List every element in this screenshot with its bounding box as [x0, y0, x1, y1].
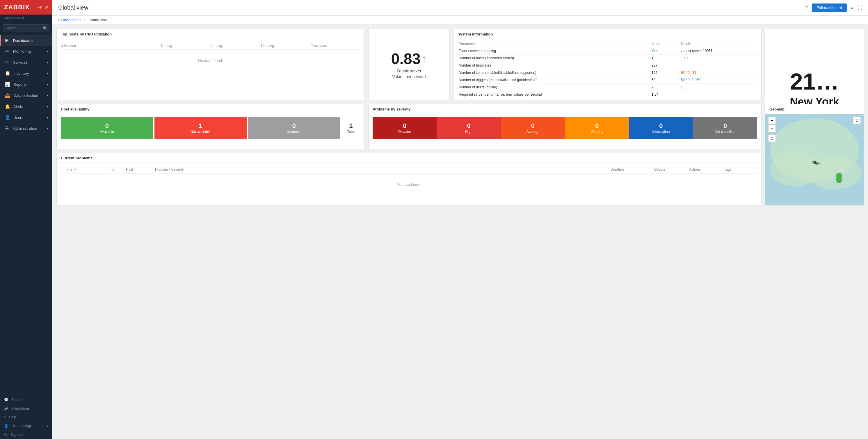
col-details: Details [679, 41, 758, 47]
param-value: Yes [649, 47, 679, 55]
chevron-down-icon: ▾ [47, 72, 48, 75]
sidebar-item-label: User settings [11, 424, 32, 428]
table-row: Zabbix server is running Yes zabbix-serv… [456, 47, 758, 55]
reports-icon: 📊 [5, 82, 10, 87]
sidebar-item-sign-out[interactable]: ⏻ Sign out [0, 430, 52, 439]
not-available-bar: 1 Not available [154, 117, 247, 139]
current-problems-widget: Current problems Time ▼ Info Host Proble… [56, 153, 762, 206]
col-parameter: Parameter [456, 41, 649, 47]
average-count: 0 [502, 122, 564, 130]
breadcrumb-parent-link[interactable]: All dashboards [58, 18, 81, 22]
problems-table-header: Time ▼ Info Host Problem • Severity Dura… [61, 166, 757, 174]
param-label: Number of users (online) [456, 84, 649, 91]
available-bar: 0 Available [61, 117, 153, 139]
param-label: Zabbix server is running [456, 47, 649, 55]
available-label: Available [100, 130, 114, 134]
chevron-down-icon: ▾ [47, 116, 48, 119]
users-icon: 👤 [5, 115, 10, 120]
param-label: Number of hosts (enabled/disabled) [456, 55, 649, 62]
monitoring-icon: 👁 [5, 49, 10, 54]
system-info-table: Parameter Value Details Zabbix server is… [456, 41, 758, 98]
menu-icon[interactable]: ≡ [851, 5, 854, 10]
support-icon: 💬 [4, 398, 8, 402]
sidebar-item-monitoring[interactable]: 👁 Monitoring ▾ [0, 46, 52, 57]
edit-dashboard-button[interactable]: Edit dashboard [812, 3, 846, 12]
breadcrumb-separator: / [84, 18, 86, 22]
unknown-bar: 0 Unknown [248, 117, 340, 139]
sidebar-item-reports[interactable]: 📊 Reports ▾ [0, 79, 52, 90]
total-bar: 1 Total [341, 117, 361, 139]
col-5m-avg: 5m avg [211, 44, 260, 48]
chevron-down-icon: ▾ [47, 83, 48, 86]
col-time[interactable]: Time ▼ [65, 167, 108, 172]
problems-severity-title: Problems by severity [369, 104, 761, 114]
param-details [679, 62, 758, 69]
fullscreen-icon[interactable]: ⛶ [858, 5, 862, 10]
topbar-actions: ? Edit dashboard ≡ ⛶ [805, 3, 862, 12]
help-question-icon[interactable]: ? [805, 5, 808, 10]
help-icon: ? [4, 415, 6, 419]
sidebar-item-administration[interactable]: 🏛 Administration ▾ [0, 123, 52, 134]
main-area: Global view ? Edit dashboard ≡ ⛶ All das… [52, 0, 868, 439]
sidebar-item-label: Data collection [13, 93, 44, 98]
values-label-line2: Values per second [393, 74, 426, 79]
sidebar-item-users[interactable]: 👤 Users ▾ [0, 112, 52, 123]
inventory-icon: 📋 [5, 71, 10, 76]
average-bar: 0 Average [501, 117, 565, 139]
host-availability-widget: Host availability 0 Available 1 Not avai… [56, 104, 365, 149]
search-input[interactable] [3, 25, 50, 32]
col-update: Update [654, 167, 689, 172]
param-details: zabbix-server:10051 [679, 47, 758, 55]
table-row: Number of triggers (enabled/disabled [pr… [456, 76, 758, 84]
home-button[interactable]: ⌂ [768, 134, 776, 142]
sidebar-item-label: Support [11, 398, 24, 402]
map-area[interactable]: Rīga + − ⌂ ▽ [765, 114, 864, 205]
map-controls: + − ⌂ [768, 117, 776, 142]
param-label: Required server performance, new values … [456, 91, 649, 98]
sidebar-item-label: Sign out [10, 433, 23, 437]
param-value: 1.54 [649, 91, 679, 98]
values-display: 0.83 ↑ [391, 50, 427, 67]
unknown-label: Unknown [287, 130, 301, 134]
zoom-out-button[interactable]: − [768, 125, 776, 133]
sidebar-item-alerts[interactable]: 🔔 Alerts ▾ [0, 101, 52, 112]
sidebar-item-services[interactable]: ⚙ Services ▾ [0, 57, 52, 68]
map-svg: Rīga [765, 114, 864, 205]
expand-icon[interactable]: ⤢ [45, 5, 48, 9]
breadcrumb: All dashboards / Global view [52, 16, 868, 25]
total-label: Total [347, 130, 354, 134]
administration-icon: 🏛 [5, 126, 10, 131]
param-details: 59 / 0 [0 / 59] [679, 76, 758, 84]
sidebar-item-help[interactable]: ? Help [0, 413, 52, 421]
chevron-down-icon: ▾ [47, 94, 48, 97]
col-15m-avg: 15m avg [260, 44, 311, 48]
information-count: 0 [630, 122, 692, 130]
host-availability-title: Host availability [57, 104, 365, 114]
param-value: 59 [649, 76, 679, 84]
sidebar-item-label: Reports [13, 82, 44, 87]
current-problems-body: Time ▼ Info Host Problem • Severity Dura… [57, 163, 761, 198]
sidebar-bottom: 💬 Support 🔗 Integrations ? Help 👤 User s… [0, 394, 52, 439]
param-details: 1 / 0 [679, 55, 758, 62]
system-info-title: System information [454, 29, 761, 39]
sidebar-item-inventory[interactable]: 📋 Inventory ▾ [0, 68, 52, 79]
sidebar-item-user-settings[interactable]: 👤 User settings ▾ [0, 421, 52, 430]
not-available-count: 1 [157, 122, 244, 130]
sidebar-item-integrations[interactable]: 🔗 Integrations [0, 404, 52, 413]
sidebar-item-label: Inventory [13, 71, 44, 76]
collapse-icon[interactable]: ≪ [38, 5, 42, 9]
sidebar: ZABBIX ≪ ⤢ Zabbix docker 🔍 ⊞ Dashboards … [0, 0, 52, 439]
zoom-in-button[interactable]: + [768, 117, 776, 125]
values-label-line1: Zabbix server [397, 69, 422, 73]
svg-point-7 [836, 173, 842, 178]
sidebar-item-dashboards[interactable]: ⊞ Dashboards [0, 35, 52, 46]
param-value: 104 [649, 69, 679, 76]
map-filter-button[interactable]: ▽ [853, 117, 861, 125]
table-row: Number of items (enabled/disabled/not su… [456, 69, 758, 76]
param-value: 2 [649, 84, 679, 91]
severity-bars: 0 Disaster 0 High 0 Average 0 Warning [369, 114, 761, 142]
sidebar-item-support[interactable]: 💬 Support [0, 395, 52, 404]
sidebar-item-label: Users [13, 115, 44, 120]
sidebar-item-data-collection[interactable]: 📥 Data collection ▾ [0, 90, 52, 101]
sidebar-item-label: Dashboards [13, 38, 48, 43]
